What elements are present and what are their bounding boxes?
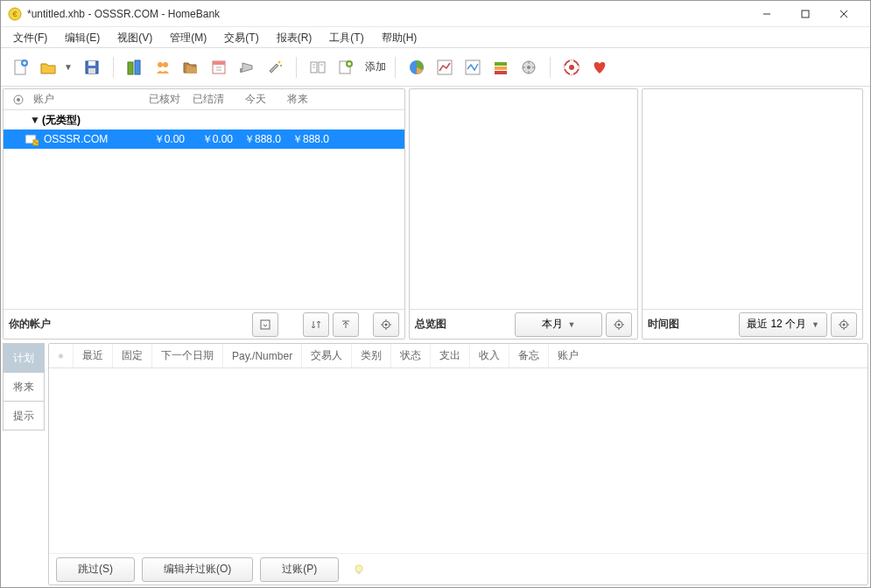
bulb-icon: [353, 564, 365, 576]
col-next-date[interactable]: 下一个日期: [152, 344, 223, 368]
add-transaction-button[interactable]: [334, 55, 358, 80]
menu-file[interactable]: 文件(F): [4, 27, 56, 47]
tab-hint[interactable]: 提示: [3, 401, 45, 430]
svg-rect-18: [213, 61, 225, 65]
gear-button[interactable]: [831, 312, 857, 337]
timeline-range-dropdown[interactable]: 最近 12 个月 ▼: [739, 312, 827, 337]
menu-view[interactable]: 视图(V): [109, 27, 161, 47]
balance-button[interactable]: [460, 55, 485, 80]
account-row[interactable]: OSSSR.COM ￥0.00 ￥0.00 ￥888.0 ￥888.0: [4, 130, 404, 149]
col-account[interactable]: 账户: [28, 92, 142, 107]
save-button[interactable]: [80, 55, 104, 80]
timeline-body: [643, 89, 862, 309]
edit-post-button[interactable]: 编辑并过账(O): [142, 557, 253, 582]
close-button[interactable]: [825, 2, 863, 26]
timeline-footer: 时间图 最近 12 个月 ▼: [643, 309, 862, 339]
donate-button[interactable]: [587, 55, 612, 80]
tab-future[interactable]: 将来: [3, 372, 45, 402]
svg-rect-12: [88, 68, 95, 74]
svg-rect-38: [495, 71, 507, 74]
col-pay-number[interactable]: Pay./Number: [223, 344, 302, 368]
svg-rect-48: [570, 71, 573, 74]
plan-panel: 最近 固定 下一个日期 Pay./Number 交易人 类别 状态 支出 收入 …: [48, 343, 868, 585]
svg-point-46: [569, 65, 574, 70]
separator: [113, 57, 114, 78]
svg-point-23: [280, 65, 282, 66]
open-dropdown-arrow[interactable]: ▼: [64, 62, 76, 72]
account-group-row[interactable]: ▼ (无类型): [4, 110, 404, 130]
account-reconciled: ￥0.00: [140, 132, 188, 147]
separator: [550, 57, 551, 78]
col-trader[interactable]: 交易人: [302, 344, 352, 368]
svg-point-22: [278, 60, 281, 63]
col-recent[interactable]: 最近: [74, 344, 113, 368]
top-button[interactable]: [333, 312, 359, 337]
overview-range-value: 本月: [542, 317, 563, 332]
svg-rect-11: [88, 61, 95, 66]
menu-manage[interactable]: 管理(M): [161, 27, 215, 47]
gear-button[interactable]: [373, 312, 399, 337]
budget-button[interactable]: [235, 55, 259, 80]
accounts-button[interactable]: [123, 55, 147, 80]
timeline-panel: 时间图 最近 12 个月 ▼: [642, 88, 863, 340]
budget-report-button[interactable]: [488, 55, 513, 80]
col-expense[interactable]: 支出: [431, 344, 470, 368]
mid-section: 账户 已核对 已结清 今天 将来 ▼ (无类型) OSSSR.COM ￥0.00…: [1, 87, 870, 341]
overview-range-dropdown[interactable]: 本月 ▼: [515, 312, 602, 337]
skip-button[interactable]: 跳过(S): [56, 557, 135, 582]
gear-icon[interactable]: [49, 344, 74, 368]
statistics-button[interactable]: [404, 55, 429, 80]
svg-point-52: [17, 98, 20, 102]
col-category[interactable]: 类别: [352, 344, 391, 368]
gear-button[interactable]: [606, 312, 632, 337]
col-today[interactable]: 今天: [229, 92, 271, 107]
col-income[interactable]: 收入: [470, 344, 509, 368]
scheduled-button[interactable]: [207, 55, 231, 80]
bottom-section: 计划 将来 提示 最近 固定 下一个日期 Pay./Number 交易人 类别 …: [1, 341, 870, 587]
payees-button[interactable]: [151, 55, 175, 80]
accounts-panel: 账户 已核对 已结清 今天 将来 ▼ (无类型) OSSSR.COM ￥0.00…: [3, 88, 405, 340]
tab-plan[interactable]: 计划: [3, 343, 45, 373]
accounts-footer-label: 你的帐户: [9, 317, 249, 332]
vehicle-button[interactable]: [516, 55, 541, 80]
svg-point-15: [158, 62, 163, 67]
new-file-button[interactable]: [8, 55, 32, 80]
svg-rect-55: [261, 320, 270, 329]
assign-button[interactable]: [263, 55, 287, 80]
svg-rect-81: [358, 571, 361, 574]
svg-rect-13: [128, 62, 133, 74]
col-future[interactable]: 将来: [271, 92, 313, 107]
menu-tools[interactable]: 工具(T): [320, 27, 372, 47]
separator: [395, 57, 396, 78]
show-transactions-button[interactable]: [306, 55, 330, 80]
open-file-button[interactable]: [36, 55, 60, 80]
col-cleared[interactable]: 已结清: [186, 92, 229, 107]
gear-icon[interactable]: [7, 94, 28, 106]
trend-time-button[interactable]: [432, 55, 457, 80]
account-today: ￥888.0: [236, 132, 284, 147]
menu-report[interactable]: 报表(R): [268, 27, 321, 47]
col-reconciled[interactable]: 已核对: [142, 92, 186, 107]
expand-button[interactable]: [252, 312, 278, 337]
window-title: *untitled.xhb - OSSSR.COM - HomeBank: [27, 8, 748, 20]
chevron-down-icon: ▼: [811, 320, 819, 329]
categories-button[interactable]: [179, 55, 203, 80]
sort-button[interactable]: [303, 312, 329, 337]
svg-point-73: [843, 323, 846, 326]
post-button[interactable]: 过账(P): [260, 557, 339, 582]
chevron-down-icon: ▼: [568, 320, 576, 329]
menu-transaction[interactable]: 交易(T): [215, 27, 267, 47]
col-status[interactable]: 状态: [391, 344, 431, 368]
app-icon: €: [8, 7, 22, 21]
maximize-button[interactable]: [786, 2, 825, 26]
svg-rect-37: [495, 66, 507, 70]
menu-edit[interactable]: 编辑(E): [56, 27, 109, 47]
col-account[interactable]: 账户: [549, 344, 587, 368]
tree-collapse-icon[interactable]: ▼: [30, 114, 42, 126]
help-button[interactable]: [559, 55, 584, 80]
col-memo[interactable]: 备忘: [509, 344, 549, 368]
minimize-button[interactable]: [748, 2, 786, 26]
col-fixed[interactable]: 固定: [113, 344, 152, 368]
menu-help[interactable]: 帮助(H): [373, 27, 426, 47]
overview-panel: 总览图 本月 ▼: [409, 88, 638, 340]
